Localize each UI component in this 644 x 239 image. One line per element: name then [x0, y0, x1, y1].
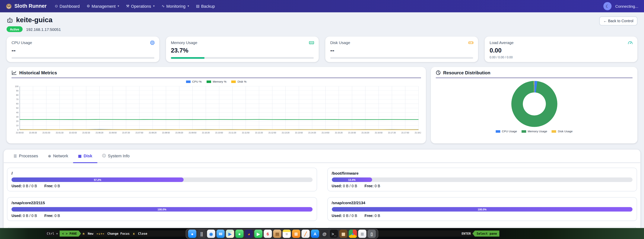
disk-meta: Used: 0 B / 0 BFree: 0 B: [332, 184, 632, 188]
terminal-icon[interactable]: >_: [330, 230, 338, 238]
svg-text:21:17:50: 21:17:50: [401, 132, 409, 134]
facetime-icon[interactable]: ▶: [254, 230, 262, 238]
app-store-icon[interactable]: A: [311, 230, 319, 238]
disk-used: Used: 0 B / 0 B: [332, 184, 357, 188]
maps-icon[interactable]: ▶: [226, 230, 234, 238]
messages-icon[interactable]: ●: [235, 230, 244, 238]
nav-item-management[interactable]: ⚙Management▾: [86, 4, 119, 8]
calculator-icon[interactable]: ⊞: [292, 230, 300, 238]
svg-text:70: 70: [16, 98, 19, 100]
nav-item-label: Management: [92, 4, 116, 8]
chat-app-icon[interactable]: ●: [188, 230, 196, 238]
files-app-icon[interactable]: ▤: [273, 230, 282, 238]
database-icon: ▤: [196, 4, 200, 8]
legend-item[interactable]: CPU %: [186, 80, 202, 83]
legend-swatch: [522, 130, 526, 132]
disk-icon: ▦: [78, 154, 82, 158]
svg-text:21:14:50: 21:14:50: [322, 132, 330, 134]
brand[interactable]: Sloth Runner: [6, 3, 47, 9]
notes-icon[interactable]: ≡: [282, 230, 291, 238]
tab-system-info[interactable]: ⓘSystem Info: [97, 150, 134, 163]
trash-icon[interactable]: ▯: [368, 230, 376, 238]
svg-text:21:09:20: 21:09:20: [175, 132, 183, 134]
svg-text:21:01:33: 21:01:33: [56, 132, 64, 134]
card-title: Load Average: [490, 40, 632, 45]
package-app-icon[interactable]: ▦: [339, 230, 348, 238]
card-value: 0.00: [490, 47, 632, 54]
card-title: Disk Usage: [330, 40, 473, 45]
legend-item[interactable]: Memory %: [206, 80, 226, 83]
textedit-icon[interactable]: ≣: [358, 230, 366, 238]
svg-text:21:15:20: 21:15:20: [335, 132, 342, 134]
svg-text:21:01:03: 21:01:03: [42, 132, 50, 134]
svg-text:21:15:50: 21:15:50: [348, 132, 356, 134]
top-nav: Sloth Runner ⊙Dashboard⚙Management▾⚒Oper…: [0, 0, 644, 12]
launchpad-icon[interactable]: ⣿: [198, 230, 206, 238]
draw-app-icon[interactable]: ╱: [302, 230, 310, 238]
tab-label: Network: [53, 154, 68, 158]
legend-label: Disk %: [238, 80, 246, 83]
calendar-icon[interactable]: 6: [264, 230, 272, 238]
svg-text:21:00:33: 21:00:33: [29, 132, 37, 134]
nav-item-label: Dashboard: [60, 4, 80, 8]
tab-disk[interactable]: ▦Disk: [73, 150, 97, 163]
svg-text:21:06:50: 21:06:50: [109, 132, 117, 134]
nav-item-dashboard[interactable]: ⊙Dashboard: [55, 4, 80, 8]
svg-text:21:08:20: 21:08:20: [149, 132, 156, 134]
svg-text:21:17:20: 21:17:20: [388, 132, 396, 134]
tab-label: System Info: [108, 154, 130, 158]
disk-free: Free: 0 B: [364, 214, 380, 218]
theme-toggle-button[interactable]: ☾: [603, 2, 612, 10]
nav-item-monitoring[interactable]: ∿Monitoring▾: [162, 4, 189, 8]
disk-usage-bar: 13.4%: [332, 178, 632, 182]
agent-address: 192.168.1.17:50051: [26, 27, 61, 32]
chrome-icon[interactable]: ●: [348, 230, 357, 238]
tmux-segment: Close: [136, 230, 149, 237]
svg-text:0: 0: [17, 129, 18, 131]
legend-item[interactable]: Disk Usage: [552, 130, 573, 133]
detail-tabs-card: ☰Processes⊕Network▦DiskⓘSystem Info /57.…: [3, 149, 640, 239]
monitor-icon: ∿: [162, 4, 164, 8]
nav-item-backup[interactable]: ▤Backup: [196, 4, 215, 8]
svg-text:21:11:20: 21:11:20: [228, 132, 236, 134]
page-title: keite-guica: [16, 16, 52, 24]
mail-icon[interactable]: ✉: [216, 230, 225, 238]
svg-text:21:00:03: 21:00:03: [16, 132, 24, 134]
svg-text:21:16:20: 21:16:20: [362, 132, 369, 134]
wrench-icon: ⚒: [126, 4, 130, 8]
disk-free: Free: 0 B: [44, 214, 60, 218]
legend-item[interactable]: Disk %: [232, 80, 246, 83]
legend-item[interactable]: CPU Usage: [496, 130, 517, 133]
tab-processes[interactable]: ☰Processes: [9, 150, 43, 163]
disk-mount-label: /snap/core22/2115: [12, 200, 312, 205]
back-to-control-button[interactable]: ← Back to Control: [599, 16, 638, 26]
resource-distribution-donut: [511, 81, 557, 127]
disk-item: /boot/firmware13.4%Used: 0 B / 0 BFree: …: [327, 168, 637, 192]
legend-item[interactable]: Memory Usage: [522, 130, 547, 133]
svg-text:21:16:50: 21:16:50: [375, 132, 382, 134]
card-title: Memory Usage: [171, 40, 314, 45]
hdd-icon: [468, 40, 474, 45]
card-value: --: [12, 47, 154, 54]
tmux-right-status: ENTERSelect pane: [460, 230, 499, 237]
cpu-chip-icon: [150, 40, 155, 45]
disk-usage-card: Disk Usage --: [325, 36, 478, 62]
historical-metrics-chart: 010203040506070809010021:00:0321:00:3321…: [12, 84, 421, 136]
tab-network[interactable]: ⊕Network: [43, 150, 73, 163]
sliders-icon: ⚙: [86, 4, 90, 8]
svg-text:21:02:03: 21:02:03: [69, 132, 77, 134]
safari-icon[interactable]: ◉: [207, 230, 215, 238]
dev-app-icon[interactable]: @: [320, 230, 329, 238]
svg-text:60: 60: [16, 102, 19, 105]
card-value: --: [330, 47, 473, 54]
card-value: 23.7%: [171, 47, 314, 54]
firefox-icon[interactable]: ◕: [245, 230, 253, 238]
nav-item-label: Monitoring: [166, 4, 186, 8]
svg-text:21:07:50: 21:07:50: [136, 132, 143, 134]
svg-text:21:10:20: 21:10:20: [202, 132, 210, 134]
nav-item-operations[interactable]: ⚒Operations▾: [126, 4, 155, 8]
disk-usage-percent: 57.2%: [94, 178, 101, 181]
svg-text:40: 40: [16, 112, 19, 114]
svg-text:80: 80: [16, 94, 19, 96]
panel-title: Resource Distribution: [443, 70, 490, 75]
